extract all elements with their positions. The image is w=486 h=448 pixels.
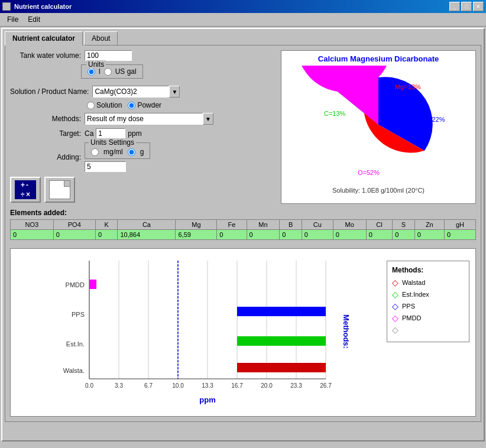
- units-settings-legend: Units Settings: [89, 138, 136, 147]
- methods-dropdown[interactable]: ▼: [203, 113, 213, 125]
- legend-arrow-pps: ◇: [392, 301, 398, 311]
- radio-g[interactable]: [128, 148, 135, 156]
- page-button[interactable]: [44, 177, 75, 203]
- solution-product-label: Solution / Product Name:: [10, 87, 89, 96]
- val-mo: 0: [333, 230, 366, 240]
- col-cu: Cu: [302, 220, 333, 230]
- col-zn: Zn: [414, 220, 444, 230]
- calc-buttons: +- ÷×: [10, 177, 276, 203]
- radio-l[interactable]: [88, 68, 95, 76]
- val-b: 0: [280, 230, 302, 240]
- val-zn: 0: [414, 230, 444, 240]
- close-button[interactable]: ✕: [473, 2, 484, 11]
- val-cl: 0: [366, 230, 393, 240]
- target-input[interactable]: [96, 128, 125, 139]
- legend-arrow-pmdd: ◇: [392, 313, 398, 323]
- legend-label-pps: PPS: [402, 303, 415, 310]
- val-k: 0: [95, 230, 118, 240]
- radio-mgml[interactable]: [91, 148, 99, 156]
- val-cu: 0: [302, 230, 333, 240]
- tab-content: Tank water volume: Units l US gal Solut: [5, 45, 481, 422]
- bar-estin: [237, 336, 326, 346]
- x-label-267: 26.7: [320, 382, 332, 389]
- bar-pmdd: [89, 280, 96, 289]
- tank-water-input[interactable]: [85, 50, 132, 61]
- target-row: Target: Ca ppm: [10, 128, 276, 139]
- adding-input[interactable]: [85, 161, 126, 172]
- radio-usgal[interactable]: [104, 68, 112, 76]
- radio-powder[interactable]: [128, 102, 135, 109]
- mgml-label: mg/ml: [103, 148, 123, 156]
- val-no3: 0: [11, 230, 54, 240]
- col-b: B: [280, 220, 302, 230]
- units-group: Units l US gal: [81, 64, 143, 79]
- col-mn: Mn: [247, 220, 280, 230]
- elements-header-row: NO3 PO4 K Ca Mg Fe Mn B Cu Mo Cl S Zn gH: [11, 220, 476, 230]
- x-label-133: 13.3: [202, 382, 213, 389]
- target-element: Ca: [85, 129, 93, 138]
- target-label: Target:: [10, 129, 81, 138]
- top-section: Tank water volume: Units l US gal Solut: [10, 50, 476, 204]
- val-mn: 0: [247, 230, 280, 240]
- menu-bar: File Edit: [0, 13, 486, 27]
- legend-label-estin: Est.Index: [402, 291, 429, 298]
- tab-bar: Nutrient calculator About: [5, 31, 481, 46]
- ppm-label: ppm: [199, 395, 215, 404]
- col-k: K: [95, 220, 118, 230]
- methods-label: Methods:: [10, 115, 81, 123]
- title-bar: Nutrient calculator _ □ ✕: [0, 0, 486, 13]
- maximize-button[interactable]: □: [461, 2, 472, 11]
- label-ca: Ca=22%: [420, 116, 445, 123]
- solution-product-dropdown[interactable]: ▼: [169, 86, 180, 98]
- methods-row: Methods: ▼: [10, 113, 276, 125]
- type-row: Solution Powder: [87, 101, 276, 109]
- tab-about[interactable]: About: [84, 31, 118, 46]
- solution-label: Solution: [96, 101, 122, 109]
- g-label: g: [140, 148, 144, 156]
- bar-walstad: [237, 363, 326, 372]
- title-text: Nutrient calculator: [14, 3, 72, 10]
- legend-label-pmdd: PMDD: [402, 314, 421, 322]
- elements-table: NO3 PO4 K Ca Mg Fe Mn B Cu Mo Cl S Zn gH: [10, 219, 476, 240]
- app-icon: [2, 2, 11, 11]
- pie-chart-title: Calcium Magnesium Dicarbonate: [285, 54, 472, 63]
- legend-title: Methods:: [392, 266, 464, 274]
- page-icon: [49, 180, 70, 199]
- val-mg: 6,59: [176, 230, 217, 240]
- bar-chart-svg: PMDD PPS Est.In. Walsta. 0.0 3.3 6.7 10.…: [17, 255, 381, 408]
- pie-chart-svg: Ca=22% Mg=13% C=13% O=52%: [285, 66, 472, 184]
- legend-item-extra: ◇: [392, 325, 464, 335]
- methods-select-container: ▼: [85, 113, 213, 125]
- elements-data-row: 0 0 0 10,864 6,59 0 0 0 0 0 0 0 0 0: [11, 230, 476, 240]
- solution-product-input[interactable]: [92, 86, 169, 98]
- col-ca: Ca: [118, 220, 176, 230]
- tab-nutrient-calculator[interactable]: Nutrient calculator: [5, 31, 83, 46]
- calculate-button[interactable]: +- ÷×: [10, 177, 41, 203]
- x-label-233: 23.3: [290, 382, 302, 389]
- methods-axis-label: Methods:: [342, 314, 351, 349]
- menu-edit[interactable]: Edit: [23, 14, 45, 25]
- legend-item-pps: ◇ PPS: [392, 301, 464, 311]
- radio-solution[interactable]: [87, 102, 95, 109]
- menu-file[interactable]: File: [2, 14, 23, 25]
- label-mg: Mg=13%: [395, 83, 421, 90]
- legend-label-walstad: Walstad: [402, 279, 425, 286]
- x-label-200: 20.0: [261, 382, 273, 389]
- val-po4: 0: [53, 230, 95, 240]
- x-label-100: 10.0: [172, 382, 184, 389]
- elements-title: Elements added:: [10, 209, 476, 217]
- y-label-pps: PPS: [72, 311, 85, 318]
- bar-pps: [237, 307, 326, 316]
- legend-item-pmdd: ◇ PMDD: [392, 313, 464, 323]
- label-c: C=13%: [324, 110, 346, 117]
- x-label-33: 3.3: [115, 382, 123, 389]
- col-cl: Cl: [366, 220, 393, 230]
- val-gh: 0: [444, 230, 475, 240]
- val-ca: 10,864: [118, 230, 176, 240]
- minimize-button[interactable]: _: [449, 2, 460, 11]
- solution-product-select-container: ▼: [92, 86, 180, 98]
- left-panel: Tank water volume: Units l US gal Solut: [10, 50, 276, 204]
- methods-input[interactable]: [85, 113, 203, 125]
- unit-usgal-label: US gal: [115, 67, 137, 76]
- chart-legend: Methods: ◇ Walstad ◇ Est.Index ◇ PPS ◇ P…: [387, 261, 469, 342]
